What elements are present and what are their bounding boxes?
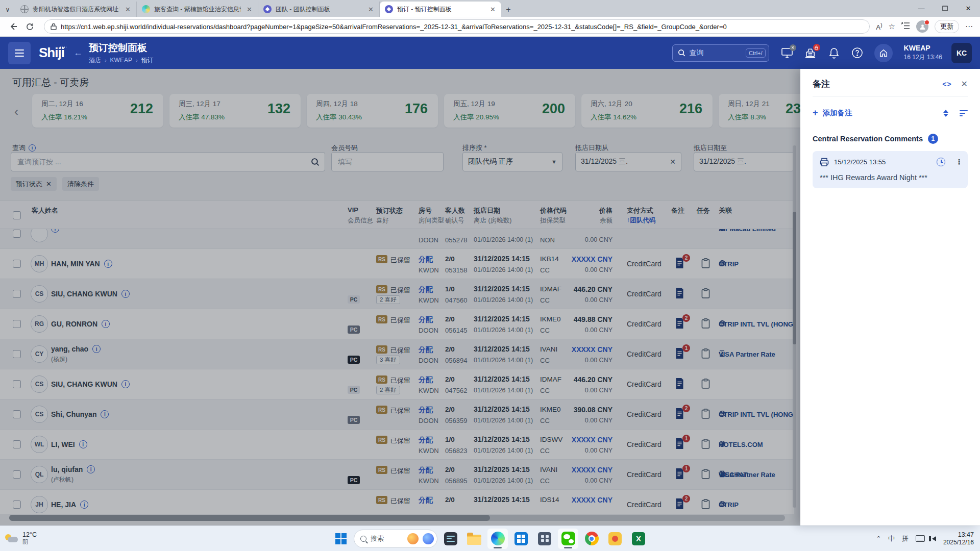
row-checkbox[interactable] [13,290,21,298]
browser-update-button[interactable]: 更新 [935,20,959,33]
sort-select[interactable]: 团队代码 正序 ▼ [462,152,562,171]
notes-icon[interactable]: 1 [675,348,686,359]
excel-icon[interactable]: X [628,529,649,549]
browser-tab-1[interactable]: 贵阳机场智选假日酒店系统网址导 ✕ [15,2,137,17]
notifications-bell-icon[interactable] [827,46,841,60]
col-payment[interactable]: 支付方式 [627,206,653,215]
availability-card[interactable]: 周六, 12月 20 入住率 14.62% 216 [581,94,713,128]
row-checkbox[interactable] [13,440,21,448]
clear-filters-chip[interactable]: 清除条件 [62,177,99,191]
info-icon[interactable]: i [101,410,109,418]
guest-name[interactable]: SIU, CHANG KWUN [51,290,117,298]
workstation-icon[interactable]: ✕ [780,46,794,60]
scrollbar-thumb[interactable] [793,212,796,344]
table-row[interactable]: RGGU, RONRONiPCRS已保留分配DOON2/005614531/12… [0,309,794,339]
chevron-left-icon[interactable]: ‹ [14,105,18,119]
history-clock-icon[interactable] [937,158,945,166]
task-icon[interactable] [701,379,710,389]
ime-pinyin[interactable]: 拼 [902,534,909,543]
tab-search-chevron-icon[interactable]: ∨ [0,3,15,17]
code-view-icon[interactable]: <> [942,80,951,88]
edge-icon[interactable] [487,529,508,549]
task-icon[interactable] [701,288,710,299]
help-icon[interactable] [851,46,864,60]
task-icon[interactable] [701,258,710,269]
cashier-icon[interactable] [804,46,817,60]
group-code-sort[interactable]: ↑ 团队代码 [627,216,630,223]
more-menu-icon[interactable]: ⋮ [955,161,961,163]
dark-window-icon[interactable] [440,529,461,549]
refresh-icon[interactable] [21,18,38,35]
row-checkbox[interactable] [13,500,21,509]
assign-link[interactable]: 分配 [419,255,433,264]
info-icon[interactable]: i [87,465,95,473]
table-row[interactable]: JHHE, JIAiRS已保留分配2/031/12/2025 14:15IDS1… [0,490,794,514]
wechat-icon[interactable] [558,529,578,549]
row-checkbox[interactable] [13,260,21,268]
start-button[interactable] [331,529,351,548]
task-icon[interactable] [701,499,710,510]
info-icon[interactable]: i [121,290,130,298]
row-checkbox[interactable] [13,410,21,418]
new-tab-button[interactable]: + [501,3,516,17]
col-notes[interactable]: 备注 [671,206,684,215]
clear-icon[interactable]: ✕ [670,158,676,166]
col-dates[interactable]: 抵店日期 [474,206,500,215]
notes-icon[interactable]: 2 [675,318,686,329]
assign-link[interactable]: 分配 [419,375,433,385]
sort-icon[interactable] [943,110,948,117]
guest-name[interactable]: SIU, CHANG KWUN [51,380,117,388]
add-note-button[interactable]: +添加备注 [813,108,943,118]
notes-icon[interactable]: 1 [675,438,686,449]
task-icon[interactable] [701,439,710,449]
url-text[interactable]: https://cn1.web.ep.shiji.world/individua… [61,23,727,31]
assign-link[interactable]: 分配 [419,345,433,355]
info-icon[interactable]: i [92,345,101,353]
availability-card[interactable]: 周日, 12月 21 入住率 8.3% 23 [719,94,800,128]
query-input[interactable] [16,157,311,166]
taskbar-clock[interactable]: 13:47 2025/12/16 [943,531,974,547]
scrollbar-thumb[interactable] [9,515,490,521]
info-icon[interactable]: i [121,380,130,388]
favorites-list-icon[interactable] [901,22,910,32]
row-checkbox[interactable] [13,470,21,479]
row-checkbox[interactable] [13,320,21,328]
assign-link[interactable]: 分配 [419,406,433,415]
col-price[interactable]: 价格 [551,206,612,215]
task-icon[interactable] [701,348,710,359]
table-row[interactable]: QLlu, qiufani(卢秋帆)PCRS已保留分配KWDN2/0056895… [0,460,794,490]
close-icon[interactable]: ✕ [245,6,254,13]
search-icon[interactable] [311,158,320,166]
info-icon[interactable]: i [79,440,87,448]
info-icon[interactable]: i [80,500,88,509]
guest-name[interactable]: GU, RONRON [51,320,97,328]
profile-avatar[interactable] [916,20,928,33]
availability-card[interactable]: 周三, 12月 17 入住率 47.83% 132 [169,94,301,128]
store-icon[interactable] [511,529,531,549]
col-links[interactable]: 关联 [719,206,732,215]
task-icon[interactable] [701,469,710,480]
restore-button[interactable] [933,0,957,17]
arrival-from-input[interactable]: 31/12/2025 三. ✕ [575,152,681,171]
user-avatar[interactable]: KC [951,43,972,63]
guest-name[interactable]: LI, WEI [51,440,75,448]
tray-expand-icon[interactable]: ⌃ [876,535,881,542]
guest-name[interactable]: HE, JIA [51,500,76,509]
close-icon[interactable]: ✕ [124,6,132,13]
guest-name[interactable]: HAN, MIN YAN [51,260,100,268]
notes-icon[interactable]: 2 [675,498,686,510]
availability-card[interactable]: 周四, 12月 18 入住率 30.43% 176 [307,94,438,128]
info-icon[interactable]: i [104,260,112,268]
volume-icon[interactable] [932,536,936,541]
assign-link[interactable]: 分配 [419,496,433,505]
table-row[interactable]: iDOON05527801/01/2026 14:00 (1)NON0.00 C… [0,229,794,249]
chrome-icon[interactable] [581,529,602,549]
notes-icon[interactable]: 2 [675,408,686,419]
task-icon[interactable] [701,318,710,329]
more-menu-icon[interactable]: ⋯ [965,22,973,31]
favorite-star-icon[interactable]: ☆ [889,22,895,31]
minimize-button[interactable]: — [910,0,933,17]
col-room[interactable]: 房号 [419,206,432,215]
info-icon[interactable]: i [51,229,59,233]
close-icon[interactable]: ✕ [366,6,375,13]
